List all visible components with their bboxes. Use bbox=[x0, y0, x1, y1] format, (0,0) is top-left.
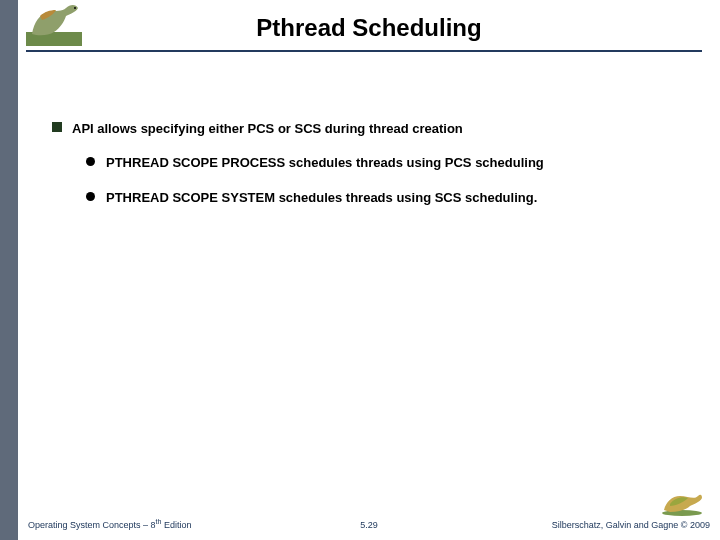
left-sidebar bbox=[0, 0, 18, 540]
bullet-level2: PTHREAD SCOPE SYSTEM schedules threads u… bbox=[84, 189, 680, 207]
bullet-level1: API allows specifying either PCS or SCS … bbox=[50, 120, 680, 138]
footer: Operating System Concepts – 8th Edition … bbox=[18, 512, 720, 540]
title-underline bbox=[26, 50, 702, 52]
header: Pthread Scheduling bbox=[18, 0, 720, 56]
bullet-level2: PTHREAD SCOPE PROCESS schedules threads … bbox=[84, 154, 680, 172]
svg-point-1 bbox=[74, 7, 76, 9]
slide-title: Pthread Scheduling bbox=[18, 0, 720, 42]
footer-copyright: Silberschatz, Galvin and Gagne © 2009 bbox=[552, 520, 710, 530]
content-area: API allows specifying either PCS or SCS … bbox=[50, 120, 680, 225]
dinosaur-logo-icon bbox=[26, 2, 82, 46]
